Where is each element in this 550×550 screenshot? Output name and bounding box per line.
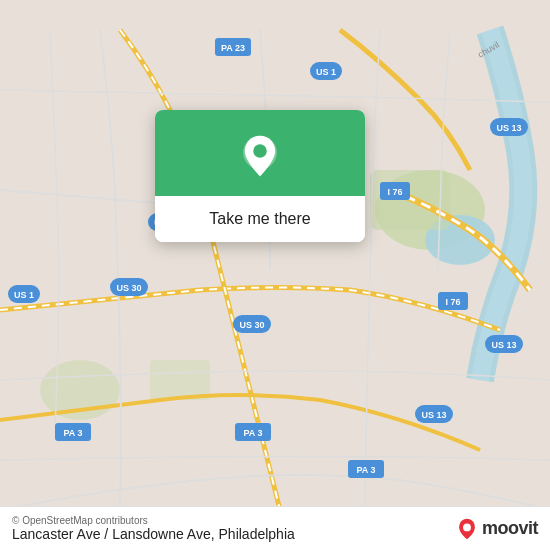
svg-text:PA 3: PA 3: [356, 465, 375, 475]
location-name: Lancaster Ave / Lansdowne Ave, Philadelp…: [12, 526, 295, 542]
map-background: PA 23 US 1 US 1 US 1 US 30 US 30 I 76 I …: [0, 0, 550, 550]
svg-text:US 13: US 13: [496, 123, 521, 133]
moovit-logo: moovit: [456, 518, 538, 540]
osm-credit: © OpenStreetMap contributors: [12, 515, 295, 526]
svg-text:US 13: US 13: [491, 340, 516, 350]
map-container: PA 23 US 1 US 1 US 1 US 30 US 30 I 76 I …: [0, 0, 550, 550]
popup-green-area: [155, 110, 365, 196]
svg-point-37: [463, 523, 471, 531]
bottom-left: © OpenStreetMap contributors Lancaster A…: [12, 515, 295, 542]
svg-text:PA 23: PA 23: [221, 43, 245, 53]
popup-card: Take me there: [155, 110, 365, 242]
svg-text:US 1: US 1: [14, 290, 34, 300]
svg-text:PA 3: PA 3: [63, 428, 82, 438]
bottom-bar: © OpenStreetMap contributors Lancaster A…: [0, 506, 550, 550]
moovit-pin-icon: [456, 518, 478, 540]
moovit-brand-text: moovit: [482, 518, 538, 539]
take-me-there-button[interactable]: Take me there: [155, 196, 365, 242]
svg-text:I 76: I 76: [445, 297, 460, 307]
location-pin-icon: [238, 134, 282, 178]
svg-text:US 1: US 1: [316, 67, 336, 77]
svg-text:US 30: US 30: [116, 283, 141, 293]
svg-rect-5: [150, 360, 210, 400]
svg-text:US 30: US 30: [239, 320, 264, 330]
svg-text:I 76: I 76: [387, 187, 402, 197]
svg-point-36: [253, 144, 267, 158]
svg-text:PA 3: PA 3: [243, 428, 262, 438]
svg-text:US 13: US 13: [421, 410, 446, 420]
